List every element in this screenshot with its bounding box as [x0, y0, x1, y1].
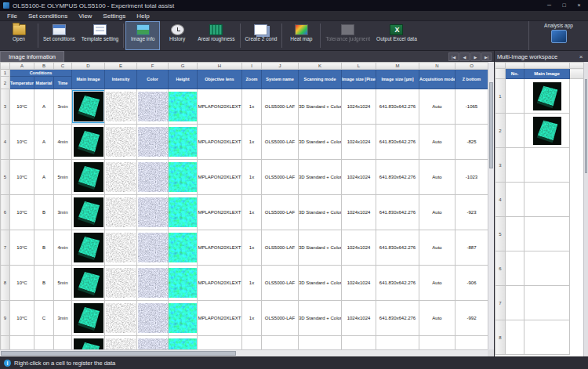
cell-time[interactable]: 4min [54, 230, 72, 266]
intensity-thumbnail[interactable] [106, 197, 136, 227]
cell-objective-lens[interactable]: MPLAPON20XLEXT [198, 301, 242, 336]
cell-time[interactable]: 4min [54, 336, 72, 350]
cell-time[interactable]: 5min [54, 266, 72, 301]
cell-main-image[interactable] [72, 230, 105, 266]
color-thumbnail[interactable] [138, 92, 168, 121]
cell-system-name[interactable]: OLS5000-LAF [262, 89, 299, 125]
color-thumbnail[interactable] [138, 127, 168, 157]
cell-acquisition-mode[interactable]: Auto [419, 266, 456, 301]
cell-intensity[interactable] [105, 230, 137, 266]
cell-image-size-pixels[interactable]: 1024x1024 [342, 125, 376, 160]
color-thumbnail[interactable] [138, 162, 168, 192]
cell-temperature[interactable]: 10°C [10, 125, 34, 160]
cell-scanning-mode[interactable]: 3D Standard + Color [299, 89, 342, 125]
column-letter-D[interactable]: D [72, 63, 105, 70]
cell-image-size-um[interactable]: 641.830x642.276 [376, 266, 419, 301]
cell-color[interactable] [137, 336, 169, 350]
cell-image-size-um[interactable]: 641.830x642.276 [376, 336, 419, 350]
workspace-cell-no[interactable] [506, 217, 524, 251]
cell-time[interactable]: 3min [54, 89, 72, 125]
cell-zoom[interactable]: 1x [242, 230, 262, 266]
cell-time[interactable]: 5min [54, 160, 72, 195]
cell-material[interactable]: C [34, 336, 54, 350]
intensity-thumbnail[interactable] [106, 233, 136, 262]
column-letter-E[interactable]: E [105, 63, 137, 70]
cell-zoom[interactable]: 1x [242, 160, 262, 195]
cell-temperature[interactable]: 10°C [10, 301, 34, 336]
column-letter-H[interactable]: H [198, 63, 242, 70]
cell-zoom[interactable]: 1x [242, 195, 262, 230]
height-thumbnail[interactable] [169, 127, 198, 157]
next-record-button[interactable]: ▶ [470, 52, 481, 61]
menu-set-conditions[interactable]: Set conditions [23, 11, 73, 21]
cell-main-image[interactable] [72, 89, 105, 125]
cell-intensity[interactable] [105, 195, 137, 230]
workspace-scrollbar[interactable] [583, 62, 588, 356]
cell-image-size-pixels[interactable]: 1024x1024 [342, 336, 376, 350]
cell-material[interactable]: B [34, 230, 54, 266]
workspace-cell-no[interactable] [506, 114, 524, 148]
workspace-cell-main-image[interactable] [524, 79, 570, 114]
cell-objective-lens[interactable]: MPLAPON20XLEXT [198, 336, 242, 350]
maximize-button[interactable]: □ [558, 0, 570, 11]
cell-intensity[interactable] [105, 301, 137, 336]
height-thumbnail[interactable] [169, 303, 198, 333]
toolbar-button-areal-roughness[interactable]: Areal roughness [194, 21, 238, 50]
cell-temperature[interactable]: 10°C [10, 89, 34, 125]
cell-main-image[interactable] [72, 266, 105, 301]
cell-zoom[interactable]: 1x [242, 125, 262, 160]
workspace-cell-no[interactable] [506, 79, 524, 114]
horizontal-scrollbar[interactable] [0, 349, 488, 356]
cell-zoom[interactable]: 1x [242, 89, 262, 125]
intensity-thumbnail[interactable] [106, 338, 136, 349]
cell-color[interactable] [137, 160, 169, 195]
main-image-thumbnail[interactable] [74, 162, 103, 192]
main-image-thumbnail[interactable] [74, 338, 103, 349]
cell-acquisition-mode[interactable]: Auto [419, 230, 456, 266]
workspace-cell-main-image[interactable] [524, 148, 570, 183]
cell-height[interactable] [169, 336, 198, 350]
toolbar-button-heat-map[interactable]: Heat map [284, 21, 318, 50]
cell-intensity[interactable] [105, 266, 137, 301]
cell-intensity[interactable] [105, 125, 137, 160]
cell-scanning-mode[interactable]: 3D Standard + Color [299, 336, 342, 350]
cell-objective-lens[interactable]: MPLAPON20XLEXT [198, 230, 242, 266]
main-image-thumbnail[interactable] [74, 233, 103, 262]
intensity-thumbnail[interactable] [106, 303, 136, 333]
workspace-cell-main-image[interactable] [524, 320, 570, 355]
cell-temperature[interactable]: 10°C [10, 160, 34, 195]
workspace-cell-no[interactable] [506, 286, 524, 320]
main-image-thumbnail[interactable] [74, 303, 103, 333]
cell-scanning-mode[interactable]: 3D Standard + Color [299, 125, 342, 160]
cell-material[interactable]: A [34, 89, 54, 125]
color-thumbnail[interactable] [138, 233, 168, 262]
cell-height[interactable] [169, 230, 198, 266]
cell-time[interactable]: 3min [54, 301, 72, 336]
cell-scanning-mode[interactable]: 3D Standard + Color [299, 266, 342, 301]
height-thumbnail[interactable] [169, 162, 198, 192]
cell-height[interactable] [169, 195, 198, 230]
cell-image-size-um[interactable]: 641.830x642.276 [376, 230, 419, 266]
intensity-thumbnail[interactable] [106, 92, 136, 121]
color-thumbnail[interactable] [138, 303, 168, 333]
toolbar-button-template-setting[interactable]: Template setting [78, 21, 122, 50]
cell-material[interactable]: A [34, 125, 54, 160]
toolbar-button-image-info[interactable]: Image info [125, 21, 160, 50]
cell-color[interactable] [137, 266, 169, 301]
cell-image-size-um[interactable]: 641.830x642.276 [376, 125, 419, 160]
analysis-app-icon[interactable] [551, 30, 567, 43]
workspace-cell-no[interactable] [506, 183, 524, 217]
workspace-cell-no[interactable] [506, 251, 524, 286]
workspace-cell-main-image[interactable] [524, 183, 570, 217]
cell-z-bottom[interactable]: -906 [456, 266, 488, 301]
cell-temperature[interactable]: 10°C [10, 266, 34, 301]
height-thumbnail[interactable] [169, 268, 198, 298]
cell-objective-lens[interactable]: MPLAPON20XLEXT [198, 160, 242, 195]
cell-material[interactable]: C [34, 301, 54, 336]
cell-scanning-mode[interactable]: 3D Standard + Color [299, 195, 342, 230]
color-thumbnail[interactable] [138, 338, 168, 349]
cell-material[interactable]: B [34, 195, 54, 230]
main-image-thumbnail[interactable] [74, 268, 103, 298]
cell-system-name[interactable]: OLS5000-LAF [262, 160, 299, 195]
cell-temperature[interactable]: 10°C [10, 336, 34, 350]
